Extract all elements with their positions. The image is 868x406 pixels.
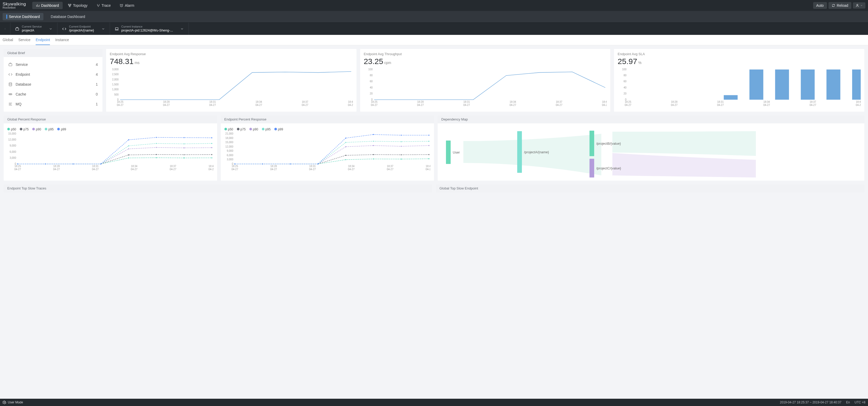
card-endpoint-percent-response: Endpoint Percent Response p50p75p90p95p9… (221, 115, 434, 181)
chart-endpoint-percent-response: 03,0006,0009,00012,00015,00018,00021,000… (224, 132, 431, 171)
svg-point-193 (373, 134, 374, 135)
svg-rect-72 (724, 95, 738, 100)
svg-rect-6 (115, 28, 118, 29)
scope-tab-endpoint[interactable]: Endpoint (36, 35, 50, 45)
svg-point-117 (156, 147, 157, 148)
footer-mode[interactable]: User Mode (8, 401, 23, 404)
card-global-percent-response: Global Percent Response p50p75p90p95p99 … (4, 115, 217, 181)
svg-text:18:25: 18:25 (371, 100, 377, 103)
brief-row-endpoint: Endpoint 4 (7, 69, 99, 79)
current-service-selector[interactable]: Current Service projectA (10, 23, 58, 35)
svg-text:04-27: 04-27 (671, 104, 678, 107)
svg-text:04-27: 04-27 (417, 104, 424, 107)
svg-text:04-27: 04-27 (556, 104, 562, 107)
svg-point-191 (317, 164, 318, 165)
svg-point-108 (128, 154, 129, 155)
svg-point-189 (262, 164, 263, 165)
svg-text:60: 60 (370, 80, 373, 83)
svg-point-184 (345, 142, 346, 143)
reload-button[interactable]: Reload (829, 2, 851, 9)
svg-text:18:40: 18:40 (348, 100, 352, 103)
svg-point-162 (400, 158, 402, 160)
svg-text:04-27: 04-27 (348, 168, 355, 171)
svg-text:18:31: 18:31 (209, 100, 216, 103)
svg-point-103 (211, 157, 212, 158)
dep-node-user[interactable]: User (446, 141, 460, 164)
svg-text:18:28: 18:28 (270, 165, 277, 168)
card-top-slow-endpoint: Global Top Slow Endpoint (436, 184, 864, 192)
tab-service-dashboard[interactable]: Service Dashboard (3, 13, 43, 20)
svg-text:18:25: 18:25 (14, 165, 21, 168)
dep-node-projectb[interactable]: /projectB/{value} (589, 130, 621, 156)
svg-text:1,500: 1,500 (112, 83, 119, 86)
svg-text:18:37: 18:37 (302, 100, 308, 103)
auto-toggle[interactable]: Auto (813, 2, 827, 9)
metric-value: 25.97 % (618, 57, 861, 66)
user-menu[interactable] (853, 2, 865, 8)
svg-text:04-27: 04-27 (163, 104, 170, 107)
brief-list: Service 4 Endpoint 4 Database 1 Cache 0 … (4, 57, 102, 112)
nav-trace[interactable]: Trace (93, 2, 115, 9)
suitcase-icon (8, 62, 12, 67)
svg-text:6,000: 6,000 (10, 150, 16, 153)
svg-text:18:25: 18:25 (231, 165, 238, 168)
svg-text:21,000: 21,000 (225, 132, 233, 135)
refresh-button[interactable] (0, 23, 10, 35)
nav-topology[interactable]: Topology (64, 2, 91, 9)
scope-tab-service[interactable]: Service (18, 35, 30, 45)
svg-text:04-27: 04-27 (302, 104, 308, 107)
database-icon (8, 82, 12, 86)
card-avg-sla: Endpoint Avg SLA 25.97 % 02040608010018:… (614, 49, 864, 112)
dep-node-projecta[interactable]: /projectA/{name} (517, 131, 549, 173)
svg-text:04-27: 04-27 (309, 168, 316, 171)
svg-point-186 (400, 141, 402, 142)
svg-text:18:37: 18:37 (810, 100, 816, 103)
footer-timezone[interactable]: UTC +8 (855, 401, 865, 404)
svg-point-179 (428, 145, 429, 146)
svg-point-129 (45, 164, 46, 165)
svg-text:04-27: 04-27 (270, 168, 277, 171)
tab-database-dashboard[interactable]: Database Dashboard (47, 13, 89, 20)
suitcase-icon (15, 27, 19, 31)
svg-text:80: 80 (370, 74, 373, 77)
svg-point-119 (211, 147, 212, 148)
chevron-down-icon (860, 4, 863, 7)
code-icon (62, 27, 66, 31)
svg-text:18:34: 18:34 (764, 100, 770, 103)
svg-text:18:40: 18:40 (856, 100, 861, 103)
svg-text:12,000: 12,000 (225, 145, 233, 148)
svg-text:04-27: 04-27 (348, 104, 353, 107)
svg-text:04-27: 04-27 (717, 104, 724, 107)
card-avg-response: Endpoint Avg Response 748.31 ms 05001,00… (106, 49, 356, 112)
reload-icon (832, 4, 835, 7)
dependency-flow (441, 126, 861, 178)
footer-bar: User Mode 2019-04-27 18:25:37 ~ 2019-04-… (0, 399, 868, 406)
svg-point-124 (128, 145, 129, 146)
scope-tab-global[interactable]: Global (3, 35, 13, 45)
dep-node-projectc[interactable]: /projectC/{value} (589, 159, 621, 177)
nav-alarm[interactable]: Alarm (116, 2, 138, 9)
bar-chart-icon (36, 4, 39, 7)
current-instance-selector[interactable]: Current Instance projectA-pid:12624@Wu-S… (110, 23, 189, 35)
chart-avg-throughput: 02040608010018:2504-2718:2804-2718:3104-… (364, 68, 607, 107)
footer-language[interactable]: En (846, 401, 850, 404)
card-avg-throughput: Endpoint Avg Throughput 23.25 cpm 020406… (360, 49, 611, 112)
metric-value: 23.25 cpm (364, 57, 607, 66)
scope-tab-instance[interactable]: Instance (55, 35, 69, 45)
gear-icon[interactable] (3, 401, 6, 404)
nav-dashboard[interactable]: Dashboard (32, 2, 63, 9)
card-global-brief: Global Brief Service 4 Endpoint 4 Databa… (4, 49, 102, 112)
footer-timerange[interactable]: 2019-04-27 18:25:37 ~ 2019-04-27 18:40:3… (780, 401, 841, 404)
svg-text:18:34: 18:34 (131, 165, 137, 168)
svg-rect-7 (9, 64, 12, 66)
svg-point-133 (156, 137, 157, 138)
svg-text:1,000: 1,000 (112, 88, 119, 91)
svg-text:40: 40 (624, 86, 627, 89)
current-endpoint-selector[interactable]: Current Endpoint /projectA/{name} (58, 23, 110, 35)
chevron-down-icon (180, 27, 184, 31)
svg-point-190 (290, 164, 291, 165)
svg-text:20: 20 (370, 92, 373, 95)
svg-text:04-27: 04-27 (209, 104, 216, 107)
svg-text:80: 80 (624, 74, 627, 77)
merge-icon (96, 4, 100, 7)
